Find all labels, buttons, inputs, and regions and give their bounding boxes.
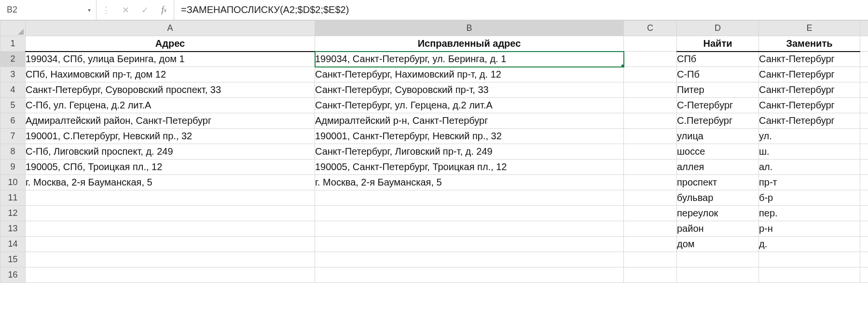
row-header-12[interactable]: 12 [0, 206, 26, 221]
cell-C10[interactable] [624, 175, 677, 190]
row-header-4[interactable]: 4 [0, 82, 26, 98]
cell-B13[interactable] [315, 221, 624, 237]
cell-D11[interactable]: бульвар [677, 190, 759, 206]
row-header-8[interactable]: 8 [0, 144, 26, 160]
cell-A11[interactable] [26, 190, 315, 206]
column-header-B[interactable]: B [315, 21, 624, 36]
cell-D4[interactable]: Питер [677, 82, 759, 98]
cell-A7[interactable]: 190001, С.Петербург, Невский пр., 32 [26, 129, 315, 144]
cell-D5[interactable]: С-Петербург [677, 98, 759, 113]
row-header-1[interactable]: 1 [0, 36, 26, 52]
cell-E11[interactable]: б-р [759, 190, 860, 206]
cell-F14[interactable] [860, 237, 868, 252]
cell-E14[interactable]: д. [759, 237, 860, 252]
cell-A5[interactable]: С-Пб, ул. Герцена, д.2 лит.А [26, 98, 315, 113]
column-header-D[interactable]: D [677, 21, 759, 36]
cell-F6[interactable] [860, 113, 868, 129]
cell-D3[interactable]: С-Пб [677, 67, 759, 82]
cell-D1[interactable]: Найти [677, 36, 759, 52]
cell-D9[interactable]: аллея [677, 160, 759, 175]
cell-A12[interactable] [26, 206, 315, 221]
cell-A1[interactable]: Адрес [26, 36, 315, 52]
cell-F5[interactable] [860, 98, 868, 113]
cell-C3[interactable] [624, 67, 677, 82]
cell-D13[interactable]: район [677, 221, 759, 237]
cell-F7[interactable] [860, 129, 868, 144]
cell-D7[interactable]: улица [677, 129, 759, 144]
cell-E1[interactable]: Заменить [759, 36, 860, 52]
cancel-icon[interactable]: ✕ [116, 0, 135, 20]
cell-C11[interactable] [624, 190, 677, 206]
cell-B2[interactable]: 199034, Санкт-Петербург, ул. Беринга, д.… [315, 52, 624, 67]
column-header-A[interactable]: A [26, 21, 315, 36]
cell-F1[interactable] [860, 36, 868, 52]
row-header-16[interactable]: 16 [0, 267, 26, 283]
cell-A4[interactable]: Санкт-Петербург, Суворовский проспект, 3… [26, 82, 315, 98]
cell-F9[interactable] [860, 160, 868, 175]
cell-B9[interactable]: 190005, Санкт-Петербург, Троицкая пл., 1… [315, 160, 624, 175]
cell-A10[interactable]: г. Москва, 2-я Бауманская, 5 [26, 175, 315, 190]
cell-B16[interactable] [315, 267, 624, 283]
cell-D10[interactable]: проспект [677, 175, 759, 190]
cell-C12[interactable] [624, 206, 677, 221]
cell-C7[interactable] [624, 129, 677, 144]
cell-A2[interactable]: 199034, СПб, улица Беринга, дом 1 [26, 52, 315, 67]
column-header-C[interactable]: C [624, 21, 677, 36]
row-header-2[interactable]: 2 [0, 52, 26, 67]
cell-E12[interactable]: пер. [759, 206, 860, 221]
row-header-15[interactable]: 15 [0, 252, 26, 267]
spreadsheet-grid[interactable]: ABCDEF1АдресИсправленный адресНайтиЗамен… [0, 20, 868, 283]
cell-B5[interactable]: Санкт-Петербург, ул. Герцена, д.2 лит.А [315, 98, 624, 113]
cell-F16[interactable] [860, 267, 868, 283]
cell-B7[interactable]: 190001, Санкт-Петербург, Невский пр., 32 [315, 129, 624, 144]
cell-B14[interactable] [315, 237, 624, 252]
row-header-6[interactable]: 6 [0, 113, 26, 129]
row-header-3[interactable]: 3 [0, 67, 26, 82]
cell-A6[interactable]: Адмиралтейский район, Санкт-Петербург [26, 113, 315, 129]
row-header-13[interactable]: 13 [0, 221, 26, 237]
enter-icon[interactable]: ✓ [135, 0, 154, 20]
cell-F4[interactable] [860, 82, 868, 98]
cell-A14[interactable] [26, 237, 315, 252]
cell-C1[interactable] [624, 36, 677, 52]
cell-F13[interactable] [860, 221, 868, 237]
cell-D12[interactable]: переулок [677, 206, 759, 221]
cell-E15[interactable] [759, 252, 860, 267]
cell-C15[interactable] [624, 252, 677, 267]
cell-F2[interactable] [860, 52, 868, 67]
row-header-9[interactable]: 9 [0, 160, 26, 175]
cell-A16[interactable] [26, 267, 315, 283]
cell-C14[interactable] [624, 237, 677, 252]
cell-E2[interactable]: Санкт-Петербург [759, 52, 860, 67]
cell-F11[interactable] [860, 190, 868, 206]
cell-E13[interactable]: р-н [759, 221, 860, 237]
cell-D16[interactable] [677, 267, 759, 283]
cell-C2[interactable] [624, 52, 677, 67]
cell-F12[interactable] [860, 206, 868, 221]
cell-C8[interactable] [624, 144, 677, 160]
name-box-dropdown-icon[interactable]: ▾ [85, 7, 93, 13]
cell-D14[interactable]: дом [677, 237, 759, 252]
formula-input[interactable]: =ЗАМЕНАПОСЛИСКУ(A2;$D$2;$E$2) [174, 0, 868, 20]
cell-F10[interactable] [860, 175, 868, 190]
name-box-wrap[interactable]: B2 ▾ [0, 0, 96, 20]
cell-F3[interactable] [860, 67, 868, 82]
cell-D2[interactable]: СПб [677, 52, 759, 67]
cell-F8[interactable] [860, 144, 868, 160]
cell-D8[interactable]: шоссе [677, 144, 759, 160]
cell-A15[interactable] [26, 252, 315, 267]
cell-E3[interactable]: Санкт-Петербург [759, 67, 860, 82]
more-icon[interactable]: ⋮ [96, 0, 116, 20]
fx-icon[interactable]: fx [154, 0, 174, 20]
cell-B15[interactable] [315, 252, 624, 267]
cell-E9[interactable]: ал. [759, 160, 860, 175]
cell-A8[interactable]: С-Пб, Лиговский проспект, д. 249 [26, 144, 315, 160]
cell-A9[interactable]: 190005, СПб, Троицкая пл., 12 [26, 160, 315, 175]
cell-E4[interactable]: Санкт-Петербург [759, 82, 860, 98]
cell-A13[interactable] [26, 221, 315, 237]
cell-E10[interactable]: пр-т [759, 175, 860, 190]
cell-B12[interactable] [315, 206, 624, 221]
cell-E6[interactable]: Санкт-Петербург [759, 113, 860, 129]
column-header-E[interactable]: E [759, 21, 860, 36]
cell-A3[interactable]: СПб, Нахимовский пр-т, дом 12 [26, 67, 315, 82]
